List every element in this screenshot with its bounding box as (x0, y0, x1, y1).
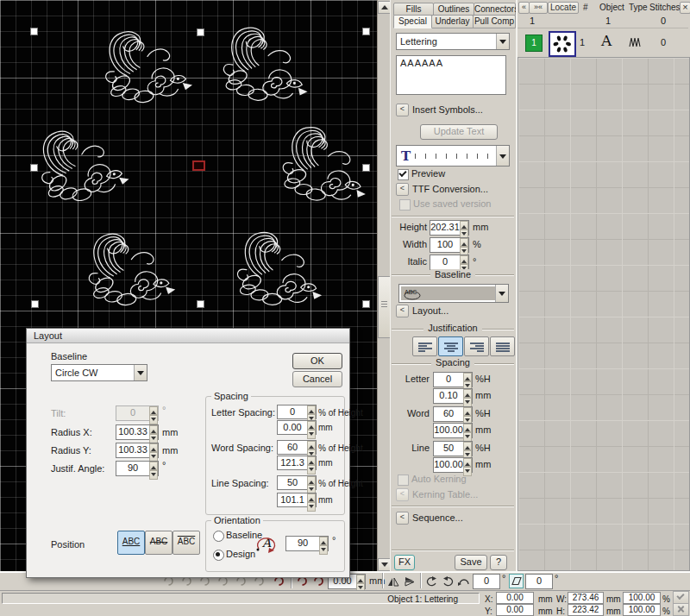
color-swatch[interactable]: 1 (525, 35, 543, 52)
fx-button[interactable]: FX (394, 555, 415, 570)
object-thumbnail[interactable] (549, 31, 576, 57)
spinner-up-icon[interactable] (463, 407, 472, 416)
ok-button[interactable]: OK (292, 353, 342, 369)
letter-spacing-pct-value[interactable]: 0 (434, 373, 463, 387)
w-field[interactable]: 273.46 (568, 592, 604, 604)
lettering-type-dropdown[interactable]: Lettering (396, 33, 510, 50)
height-spinner[interactable] (460, 221, 468, 235)
lettering-text-input[interactable]: AAAAAA (396, 55, 506, 95)
y-field[interactable]: 0.00 (496, 604, 534, 616)
spinner-up-icon[interactable] (463, 373, 472, 381)
italic-spinner[interactable] (460, 255, 468, 269)
line-spacing-dlg-mm-field[interactable]: 101.1 (277, 493, 317, 507)
width-value[interactable]: 100 (430, 238, 460, 252)
selection-handle[interactable] (197, 28, 204, 36)
mirror-horizontal-icon[interactable] (386, 575, 399, 588)
orientation-design-radio[interactable] (213, 550, 224, 561)
letter-spacing-dlg-pct-value[interactable]: 0 (278, 405, 307, 418)
spinner[interactable] (463, 458, 472, 472)
spinner-down-icon[interactable] (319, 545, 328, 555)
spinner-up-icon[interactable] (463, 424, 472, 432)
justif-angle-field[interactable]: 90 (116, 461, 159, 476)
letter-spacing-mm-value[interactable]: 0.10 (434, 389, 463, 403)
orientation-baseline-radio[interactable] (213, 531, 224, 542)
spinner-down-icon[interactable] (307, 430, 316, 439)
spinner-up-icon[interactable] (149, 443, 158, 452)
word-spacing-pct-value[interactable]: 60 (434, 407, 463, 421)
baseline-dropdown[interactable]: ABC (398, 284, 509, 303)
spinner[interactable] (307, 476, 316, 489)
spinner-up-icon[interactable] (319, 537, 328, 545)
italic-value[interactable]: 0 (430, 255, 460, 269)
selection-handle[interactable] (31, 300, 39, 308)
dropdown-arrow-icon[interactable] (134, 365, 147, 380)
spinner-up-icon[interactable] (307, 493, 316, 502)
design-object[interactable] (279, 124, 374, 208)
rotate-angle-value[interactable]: 0 (474, 575, 499, 588)
spinner[interactable] (463, 373, 472, 387)
spinner-up-icon[interactable] (463, 458, 472, 467)
letter-spacing-mm-field[interactable]: 0.10 (433, 388, 473, 404)
spinner-up-icon[interactable] (356, 575, 365, 583)
rotate-ccw-icon[interactable] (424, 575, 437, 588)
skew-tool-icon[interactable] (509, 574, 524, 588)
word-spacing-dlg-pct-field[interactable]: 60 (277, 440, 317, 455)
h-pct-field[interactable]: 100.00 (623, 604, 661, 616)
object-row[interactable]: 1 1 A 0 (518, 28, 688, 57)
font-dropdown[interactable]: T (396, 145, 510, 167)
dropdown-arrow-icon[interactable] (496, 34, 509, 49)
spinner-up-icon[interactable] (307, 421, 316, 430)
design-object[interactable] (87, 231, 176, 308)
scrollbar-thumb[interactable] (378, 276, 391, 338)
baseline-type-dropdown[interactable]: Circle CW (51, 364, 147, 381)
word-spacing-dlg-mm-value[interactable]: 121.3 (278, 456, 307, 469)
spinner[interactable] (307, 405, 316, 418)
dropdown-arrow-icon[interactable] (496, 146, 509, 166)
letter-spacing-pct-field[interactable]: 0 (433, 372, 473, 387)
spinner[interactable] (307, 456, 316, 469)
tab-connectors[interactable]: Connectors (474, 3, 516, 16)
spinner-up-icon[interactable] (460, 221, 468, 229)
rotate-cw-icon[interactable] (442, 575, 455, 588)
line-spacing-dlg-pct-value[interactable]: 50 (278, 476, 307, 489)
orientation-angle-value[interactable]: 90 (286, 537, 319, 550)
line-spacing-pct-value[interactable]: 50 (434, 442, 463, 456)
height-value[interactable]: 202.31 (430, 221, 460, 235)
spinner-up-icon[interactable] (307, 405, 316, 414)
design-object[interactable] (221, 26, 312, 105)
spinner-up-icon[interactable] (149, 425, 158, 434)
design-object[interactable] (102, 27, 193, 106)
line-spacing-pct-field[interactable]: 50 (433, 441, 473, 456)
insert-symbols-expand-icon[interactable]: < (396, 104, 409, 116)
spinner[interactable] (463, 389, 472, 403)
width-spinner[interactable] (460, 238, 468, 252)
dropdown-arrow-icon[interactable] (495, 285, 508, 302)
color-grid[interactable] (518, 57, 690, 571)
layout-dialog[interactable]: Layout Baseline Circle CW Tilt: 0 ° Radi… (26, 328, 350, 578)
ttf-conversion-expand-icon[interactable]: < (396, 183, 409, 196)
h-field[interactable]: 223.42 (568, 604, 604, 616)
height-field[interactable]: 202.31 (430, 220, 469, 236)
justify-right-button[interactable] (464, 336, 489, 356)
line-spacing-mm-value[interactable]: 100.00 (434, 458, 463, 472)
spinner-up-icon[interactable] (463, 389, 472, 398)
help-button[interactable]: ? (490, 555, 507, 570)
spinner[interactable] (463, 407, 472, 421)
word-spacing-mm-value[interactable]: 100.00 (434, 424, 463, 437)
word-spacing-dlg-mm-field[interactable]: 121.3 (277, 456, 317, 470)
sequence-expand-icon[interactable]: < (396, 512, 409, 525)
spinner[interactable] (307, 441, 316, 454)
selection-handle[interactable] (362, 164, 370, 172)
spinner-up-icon[interactable] (460, 255, 468, 264)
spinner-up-icon[interactable] (149, 462, 158, 470)
orientation-design-label[interactable]: Design (226, 549, 255, 560)
cancel-icon[interactable] (673, 603, 689, 616)
radius-x-value[interactable]: 100.33 (116, 425, 149, 439)
tab-outlines[interactable]: Outlines (433, 3, 474, 16)
spinner-down-icon[interactable] (149, 470, 158, 480)
radius-x-field[interactable]: 100.33 (116, 424, 159, 440)
spinner-up-icon[interactable] (463, 442, 472, 450)
scroll-down-icon[interactable] (378, 558, 391, 571)
collapse-expand-icon[interactable]: »« (529, 2, 548, 14)
spinner[interactable] (149, 462, 158, 475)
